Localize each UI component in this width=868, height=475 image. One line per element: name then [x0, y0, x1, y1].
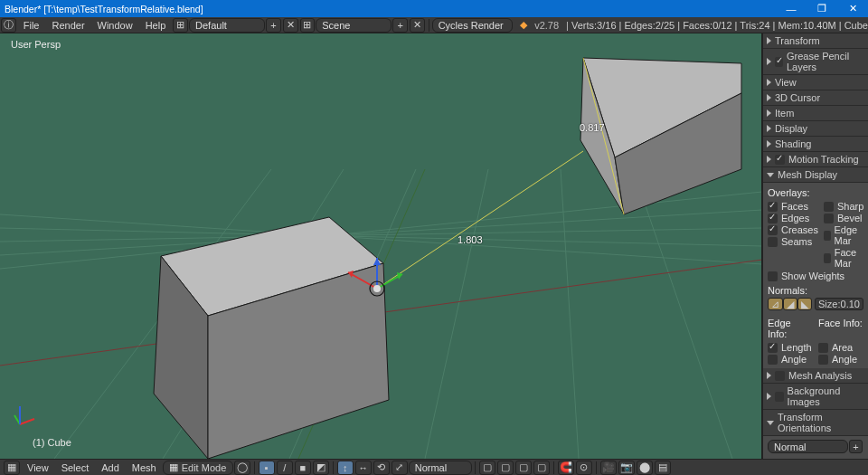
scene-del-icon[interactable]: ✕ [410, 18, 425, 33]
panel-motion-tracking[interactable]: Motion Tracking [763, 152, 868, 167]
orientation-select[interactable]: Normal [768, 440, 848, 453]
main-area: User Persp [0, 33, 868, 459]
normals-btn-3[interactable]: ◣ [797, 298, 812, 310]
blender-logo-icon: ◆ [520, 19, 527, 31]
scene-add-icon[interactable]: + [392, 18, 408, 33]
face-select-icon[interactable]: ■ [295, 461, 311, 475]
normals-size-field[interactable]: Size:0.10 [815, 298, 863, 310]
panel-item-label: Item [775, 108, 794, 119]
manipulator-scale-icon[interactable]: ⤢ [392, 461, 408, 475]
panel-transform-label: Transform [775, 35, 820, 46]
panel-3d-cursor[interactable]: 3D Cursor [763, 90, 868, 106]
render-engine-select[interactable]: Cycles Render [432, 18, 514, 33]
maximize-button[interactable]: ❐ [807, 0, 837, 17]
screen-layout-icon[interactable]: ⊞ [173, 18, 188, 33]
mode-label: Edit Mode [182, 462, 227, 473]
panel-transform[interactable]: Transform [763, 33, 868, 49]
panel-3d-cursor-label: 3D Cursor [775, 92, 820, 103]
chk-length[interactable] [768, 343, 778, 353]
menu-render[interactable]: Render [45, 20, 90, 31]
size-label: Size: [818, 299, 840, 309]
info-header: ⓘ File Render Window Help ⊞ Default + ✕ … [0, 17, 868, 33]
chk-seams[interactable] [768, 237, 778, 247]
properties-sidebar: Transform Grease Pencil Layers View 3D C… [762, 33, 868, 459]
panel-view[interactable]: View [763, 75, 868, 90]
window-title: Blender* [T:\temp\TestTransformRelative.… [5, 4, 203, 14]
orientation-add-icon[interactable]: + [849, 440, 863, 453]
chk-show-weights[interactable] [768, 271, 778, 281]
editor-type-3dview-icon[interactable]: ▦ [4, 461, 20, 475]
layers-2-icon[interactable]: ▢ [497, 461, 514, 475]
grease-check-icon[interactable] [775, 57, 783, 67]
menu-file[interactable]: File [17, 20, 46, 31]
edgeinfo-label: Edge Info: [768, 318, 813, 339]
scene-browse-icon[interactable]: ⊞ [300, 18, 316, 33]
snap-element-icon[interactable]: ⊙ [576, 461, 592, 475]
lbl-facemar: Face Mar [835, 247, 864, 269]
chk-face-angle[interactable] [818, 355, 828, 365]
panel-shading[interactable]: Shading [763, 137, 868, 152]
normals-btn-2[interactable]: ◢ [783, 298, 797, 310]
mesh-analysis-check[interactable] [775, 371, 785, 381]
chk-facemar[interactable] [824, 253, 831, 263]
proportional-icon[interactable]: ⬤ [637, 461, 653, 475]
lbl-faces: Faces [781, 201, 808, 212]
svg-point-28 [373, 285, 381, 292]
panel-mesh-display[interactable]: Mesh Display [763, 167, 868, 183]
panel-mesh-analysis[interactable]: Mesh Analysis [763, 368, 868, 384]
edge-length-2: 0.817 [580, 122, 605, 133]
lbl-face-angle: Angle [832, 354, 857, 365]
scene-field[interactable]: Scene [316, 18, 392, 33]
manipulator-translate-icon[interactable]: ↔ [355, 461, 372, 475]
layout-add-icon[interactable]: + [266, 18, 281, 33]
close-button[interactable]: ✕ [837, 0, 868, 17]
chk-bevel[interactable] [824, 214, 834, 223]
render-border-icon[interactable]: 📷 [618, 461, 635, 475]
menu-mesh[interactable]: Mesh [126, 462, 163, 473]
chk-edgemar[interactable] [824, 231, 831, 241]
panel-transform-orientations[interactable]: Transform Orientations [763, 410, 868, 436]
panel-item[interactable]: Item [763, 106, 868, 121]
layout-field[interactable]: Default [189, 18, 265, 33]
panel-grease-pencil[interactable]: Grease Pencil Layers [763, 49, 868, 75]
chk-creases[interactable] [768, 225, 778, 235]
chk-edge-angle[interactable] [768, 355, 778, 365]
chk-sharp[interactable] [824, 202, 834, 212]
bg-images-check[interactable] [775, 392, 784, 402]
motion-check-icon[interactable] [775, 155, 785, 165]
editor-type-icon[interactable]: ⓘ [1, 18, 16, 33]
orientation-dropdown[interactable]: Normal [409, 461, 472, 475]
misc-icon[interactable]: ▤ [655, 461, 671, 475]
layout-del-icon[interactable]: ✕ [283, 18, 298, 33]
chk-area[interactable] [818, 343, 828, 353]
panel-display[interactable]: Display [763, 121, 868, 137]
render-preview-icon[interactable]: 🎥 [600, 461, 617, 475]
chk-edges[interactable] [768, 214, 778, 223]
window-titlebar: Blender* [T:\temp\TestTransformRelative.… [0, 0, 868, 17]
panel-bg-images[interactable]: Background Images [763, 384, 868, 410]
3d-viewport[interactable]: User Persp [0, 33, 762, 459]
manipulator-toggle-icon[interactable]: ↕ [337, 461, 354, 475]
menu-view[interactable]: View [21, 462, 55, 473]
limit-selection-icon[interactable]: ◩ [313, 461, 329, 475]
edge-select-icon[interactable]: / [277, 461, 293, 475]
panel-view-label: View [775, 77, 797, 88]
mode-select[interactable]: ▦ Edit Mode [163, 461, 233, 475]
vertex-select-icon[interactable]: ▪ [259, 461, 275, 475]
normals-btn-1[interactable]: ⊿ [768, 298, 783, 310]
chk-faces[interactable] [768, 202, 778, 212]
layers-4-icon[interactable]: ▢ [533, 461, 550, 475]
lbl-area: Area [832, 342, 853, 353]
menu-add[interactable]: Add [95, 462, 126, 473]
lbl-seams: Seams [781, 236, 812, 247]
layers-3-icon[interactable]: ▢ [515, 461, 532, 475]
menu-select[interactable]: Select [55, 462, 96, 473]
menu-window[interactable]: Window [91, 20, 139, 31]
3dview-header: ▦ View Select Add Mesh ▦ Edit Mode ◯ ▪ /… [0, 459, 868, 475]
layers-1-icon[interactable]: ▢ [479, 461, 495, 475]
snap-toggle-icon[interactable]: 🧲 [558, 461, 574, 475]
manipulator-rotate-icon[interactable]: ⟲ [373, 461, 390, 475]
shading-mode-icon[interactable]: ◯ [234, 461, 250, 475]
minimize-button[interactable]: — [776, 0, 807, 17]
menu-help[interactable]: Help [139, 20, 173, 31]
